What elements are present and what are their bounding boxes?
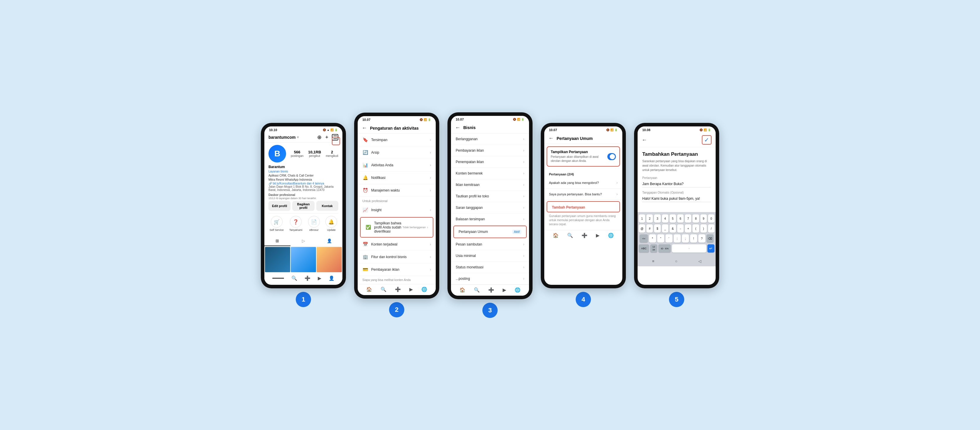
back-button-5[interactable]: ←	[642, 137, 647, 143]
key-7[interactable]: 7	[685, 214, 691, 223]
search-nav[interactable]: 🔍	[291, 275, 297, 281]
key-hash[interactable]: #	[646, 224, 653, 233]
menu-notifikasi[interactable]: 🔔 Notifikasi ›	[358, 171, 436, 184]
home-nav[interactable]: 🏠	[366, 287, 372, 292]
key-lang[interactable]: ID · EN	[659, 244, 671, 252]
reels-nav[interactable]: ▶	[409, 287, 413, 292]
key-4[interactable]: 4	[662, 214, 668, 223]
profile-nav[interactable]: 🌐	[422, 287, 427, 292]
key-dquote[interactable]: "	[657, 234, 664, 243]
key-special[interactable]: =\<	[640, 234, 648, 243]
shortcut-self-service[interactable]: 🛒 Self Service	[270, 216, 284, 232]
menu-tautkan[interactable]: Tautkan profil ke toko ›	[451, 190, 529, 202]
key-2[interactable]: 2	[646, 214, 653, 223]
menu-tersimpan[interactable]: 🔖 Tersimpan ›	[358, 134, 436, 146]
search-nav[interactable]: 🔍	[474, 287, 480, 293]
menu-pertanyaan-umum[interactable]: Pertanyaan Umum Aktif	[454, 226, 526, 238]
key-amp[interactable]: &	[670, 224, 676, 233]
menu-posting[interactable]: ...posting ›	[451, 273, 529, 284]
kontak-button[interactable]: Kontak	[316, 201, 338, 211]
menu-fitur-bisnis[interactable]: 🏢 Fitur dan kontrol bisnis ›	[358, 251, 436, 263]
key-exclaim[interactable]: !	[690, 234, 697, 243]
menu-arsip[interactable]: 🔄 Arsip ›	[358, 146, 436, 159]
key-lparen[interactable]: (	[692, 224, 699, 233]
shortcut-update[interactable]: 🔔 Update	[325, 216, 337, 232]
tab-grid[interactable]: ⊞	[264, 236, 291, 246]
menu-penempatan[interactable]: Penempatan iklan ›	[451, 156, 529, 168]
question-item-2[interactable]: Saya punya pertanyaan. Bisa bantu? ›	[544, 189, 622, 200]
add-post-nav[interactable]: ➕	[305, 275, 310, 281]
back-button-2[interactable]: ←	[362, 125, 367, 131]
reels-nav[interactable]: ▶	[503, 287, 506, 293]
add-nav[interactable]: ➕	[488, 287, 494, 293]
key-6[interactable]: 6	[677, 214, 684, 223]
menu-konten-bermerek[interactable]: Konten bermerek ›	[451, 168, 529, 179]
recent-nav[interactable]: ◁	[698, 259, 701, 263]
menu-balasan[interactable]: Balasan tersimpan ›	[451, 214, 529, 225]
key-numbers[interactable]: 1234	[650, 244, 657, 252]
tab-reels[interactable]: ▷	[291, 236, 317, 246]
shortcut-ebrosur[interactable]: 📄 eBrosur	[308, 216, 320, 232]
home-nav[interactable]	[272, 278, 284, 279]
add-nav[interactable]: ➕	[582, 233, 587, 238]
home-nav[interactable]: 🏠	[553, 233, 558, 238]
bagikan-profil-button[interactable]: Bagikan profil	[292, 201, 314, 211]
key-slash[interactable]: /	[708, 224, 714, 233]
tanggapan-input[interactable]	[642, 195, 711, 202]
key-dollar[interactable]: $	[654, 224, 660, 233]
key-8[interactable]: 8	[692, 214, 699, 223]
back-nav[interactable]: ○	[675, 259, 678, 263]
globe-nav[interactable]: 🌐	[515, 287, 520, 293]
key-colon[interactable]: :	[674, 234, 681, 243]
menu-insight[interactable]: 📈 Insight ›	[358, 204, 436, 216]
menu-pembayaran-iklan[interactable]: Pembayaran iklan ›	[451, 145, 529, 156]
search-nav[interactable]: 🔍	[567, 233, 573, 238]
tambah-pertanyaan-button[interactable]: Tambah Pertanyaan	[547, 205, 619, 209]
add-icon[interactable]: +	[325, 134, 328, 141]
add-nav[interactable]: ➕	[395, 287, 401, 292]
key-dash[interactable]: -	[677, 224, 684, 233]
key-enter[interactable]: ↵	[708, 244, 714, 252]
menu-manajemen[interactable]: ⏰ Manajemen waktu ›	[358, 184, 436, 197]
key-at[interactable]: @	[639, 224, 645, 233]
reels-nav[interactable]: ▶	[596, 233, 600, 238]
menu-iklan-kemitraan[interactable]: Iklan kemitraan ›	[451, 179, 529, 190]
key-1[interactable]: 1	[639, 214, 645, 223]
key-backspace[interactable]: ⌫	[706, 234, 714, 243]
back-button-4[interactable]: ←	[548, 135, 554, 141]
key-star[interactable]: *	[649, 234, 656, 243]
p1-link[interactable]: 🔗 bit.ly/KonsultasiBarantum dan 4 lainny…	[269, 182, 338, 185]
menu-pesan-sambutan[interactable]: Pesan sambutan ›	[451, 239, 529, 250]
key-rparen[interactable]: )	[700, 224, 707, 233]
key-underscore[interactable]: _	[662, 224, 668, 233]
menu-status-monetisasi[interactable]: Status monetisasi ›	[451, 262, 529, 273]
question-item-1[interactable]: Apakah ada yang bisa mengobrol? ›	[544, 177, 622, 189]
menu-usia[interactable]: Usia minimal ›	[451, 250, 529, 262]
menu-aktivitas[interactable]: 📊 Aktivitas Anda ›	[358, 159, 436, 171]
globe-nav[interactable]: 🌐	[608, 233, 614, 238]
key-space[interactable]: ·	[672, 244, 706, 252]
key-0[interactable]: 0	[708, 214, 714, 223]
tab-tagged[interactable]: 👤	[316, 236, 342, 246]
menu-konten-terjadwal[interactable]: 📅 Konten terjadwal ›	[358, 238, 436, 251]
menu-pembayaran[interactable]: 💳 Pembayaran iklan ›	[358, 263, 436, 276]
shortcut-tanya-kami[interactable]: ❓ TanyaKami	[289, 216, 302, 232]
key-abc[interactable]: ABC	[639, 244, 649, 252]
menu-saran[interactable]: Saran tanggapan ›	[451, 202, 529, 214]
reels-nav[interactable]: ▶	[318, 275, 321, 281]
key-9[interactable]: 9	[700, 214, 707, 223]
edit-profil-button[interactable]: Edit profil	[269, 201, 291, 211]
key-squote[interactable]: '	[665, 234, 673, 243]
key-question[interactable]: ?	[698, 234, 705, 243]
menu-verifikasi[interactable]: ✅ Tampilkan bahwa profil Anda sudah dive…	[361, 217, 433, 237]
menu-berlangganan[interactable]: Berlangganan ›	[451, 133, 529, 145]
toggle-switch[interactable]	[608, 153, 616, 160]
back-button-3[interactable]: ←	[455, 125, 460, 131]
key-5[interactable]: 5	[670, 214, 676, 223]
home-nav[interactable]: 🏠	[460, 287, 465, 293]
search-nav[interactable]: 🔍	[380, 287, 387, 292]
key-3[interactable]: 3	[654, 214, 660, 223]
key-semicolon[interactable]: ;	[682, 234, 689, 243]
menu-button[interactable]	[332, 134, 338, 141]
profile-nav[interactable]: 👤	[329, 275, 334, 281]
